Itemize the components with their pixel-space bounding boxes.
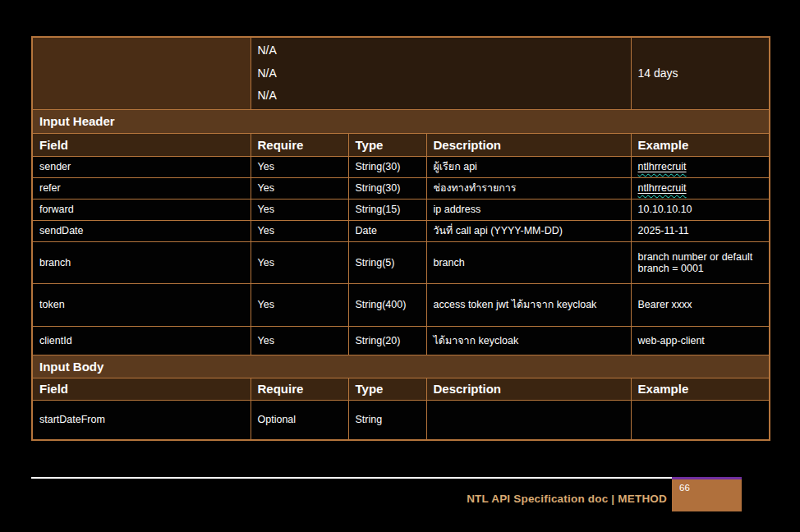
type-cell: String(30) [348, 156, 426, 177]
continuation-empty-cell [32, 37, 251, 109]
na-line: N/A [258, 62, 624, 85]
underlined-example: ntlhrrecruit [638, 161, 687, 172]
example-cell: Bearer xxxx [631, 283, 770, 326]
table-row: N/A N/A N/A 14 days [32, 37, 770, 109]
col-header-type: Type [348, 378, 426, 400]
field-cell: forward [32, 199, 251, 220]
na-line: N/A [258, 39, 624, 62]
example-cell: ntlhrrecruit [631, 156, 770, 177]
description-cell: วันที่ call api (YYYY-MM-DD) [426, 220, 631, 241]
document-page: N/A N/A N/A 14 days Input Header Field R… [0, 0, 800, 532]
table-row-clientid: clientId Yes String(20) ได้มาจาก keycloa… [32, 326, 770, 355]
description-cell: ผู้เรียก api [426, 156, 631, 177]
description-cell [426, 400, 631, 440]
page-number-box: 66 [672, 477, 742, 511]
require-cell: Yes [251, 283, 348, 326]
description-cell: ช่องทางทำรายการ [426, 177, 631, 199]
section-title: Input Body [32, 355, 770, 378]
col-header-field: Field [32, 133, 251, 156]
api-spec-table: N/A N/A N/A 14 days Input Header Field R… [31, 36, 770, 441]
field-cell: branch [32, 241, 251, 283]
continuation-value-cell: 14 days [631, 37, 770, 109]
require-cell: Yes [251, 241, 348, 283]
field-cell: token [32, 283, 251, 326]
description-cell: ip address [426, 199, 631, 220]
type-cell: Date [348, 220, 426, 241]
require-cell: Yes [251, 199, 348, 220]
type-cell: String [348, 400, 426, 440]
col-header-description: Description [426, 133, 631, 156]
table-row-senddate: sendDate Yes Date วันที่ call api (YYYY-… [32, 220, 770, 241]
na-line: N/A [258, 85, 624, 108]
require-cell: Yes [251, 156, 348, 177]
field-cell: refer [32, 177, 251, 199]
require-cell: Yes [251, 326, 348, 355]
col-header-example: Example [631, 133, 770, 156]
underlined-example: ntlhrrecruit [638, 182, 687, 194]
table-row-sender: sender Yes String(30) ผู้เรียก api ntlhr… [32, 156, 770, 177]
type-cell: String(30) [348, 177, 426, 199]
section-header-input-body: Input Body [32, 355, 770, 378]
col-header-require: Require [251, 133, 348, 156]
example-cell: 2025-11-11 [631, 220, 770, 241]
description-cell: access token jwt ได้มาจาก keycloak [426, 283, 631, 326]
example-cell [631, 400, 770, 440]
footer-divider [31, 477, 672, 479]
field-cell: clientId [32, 326, 251, 355]
footer-doc-title: NTL API Specification doc | METHOD [467, 493, 667, 505]
example-cell: branch number or default branch = 0001 [631, 241, 770, 283]
type-cell: String(15) [348, 199, 426, 220]
page-number: 66 [672, 479, 742, 493]
table-row-refer: refer Yes String(30) ช่องทางทำรายการ ntl… [32, 177, 770, 199]
col-header-type: Type [348, 133, 426, 156]
require-cell: Optional [251, 400, 348, 440]
example-cell: ntlhrrecruit [631, 177, 770, 199]
column-header-row: Field Require Type Description Example [32, 133, 770, 156]
table-row-token: token Yes String(400) access token jwt ไ… [32, 283, 770, 326]
col-header-description: Description [426, 378, 631, 400]
field-cell: sendDate [32, 220, 251, 241]
example-cell: web-app-client [631, 326, 770, 355]
require-cell: Yes [251, 177, 348, 199]
type-cell: String(400) [348, 283, 426, 326]
description-cell: ได้มาจาก keycloak [426, 326, 631, 355]
field-cell: startDateFrom [32, 400, 251, 440]
col-header-require: Require [251, 378, 348, 400]
col-header-field: Field [32, 378, 251, 400]
column-header-row: Field Require Type Description Example [32, 378, 770, 400]
section-header-input-header: Input Header [32, 109, 770, 133]
require-cell: Yes [251, 220, 348, 241]
col-header-example: Example [631, 378, 770, 400]
description-cell: branch [426, 241, 631, 283]
table-row-startdatefrom: startDateFrom Optional String [32, 400, 770, 440]
type-cell: String(5) [348, 241, 426, 283]
example-cell: 10.10.10.10 [631, 199, 770, 220]
table-row-branch: branch Yes String(5) branch branch numbe… [32, 241, 770, 283]
field-cell: sender [32, 156, 251, 177]
type-cell: String(20) [348, 326, 426, 355]
table-row-forward: forward Yes String(15) ip address 10.10.… [32, 199, 770, 220]
section-title: Input Header [32, 109, 770, 133]
continuation-na-cell: N/A N/A N/A [251, 37, 631, 109]
